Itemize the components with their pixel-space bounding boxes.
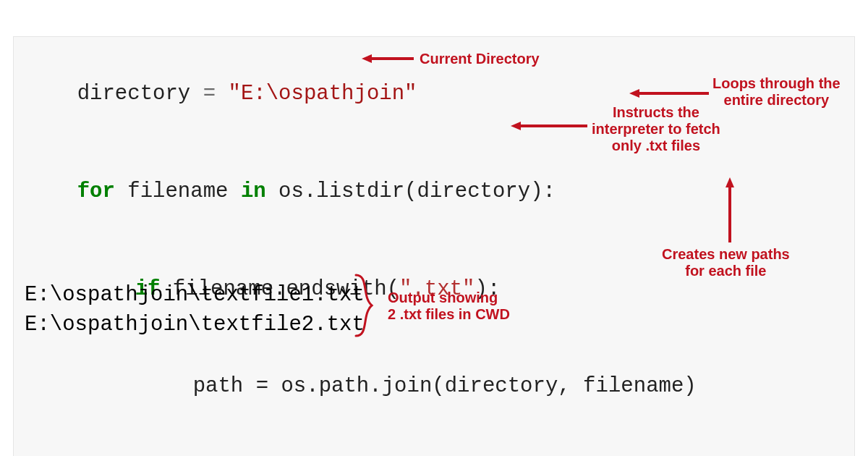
annotation-output: Output showing 2 .txt files in CWD (388, 290, 510, 323)
annotation-current-directory: Current Directory (420, 51, 540, 67)
annotation-instructs: Instructs the interpreter to fetch only … (592, 104, 720, 154)
code-token: filename (115, 180, 241, 203)
code-token-string: "E:\ospathjoin" (228, 82, 417, 106)
code-line-2: for filename in os.listdir(directory): (27, 143, 841, 241)
code-token: = (190, 82, 228, 106)
arrow-icon (629, 88, 709, 102)
svg-marker-7 (726, 177, 734, 187)
arrow-icon (511, 121, 587, 135)
svg-marker-1 (362, 54, 372, 63)
svg-marker-5 (511, 122, 521, 130)
code-line-4: path = os.path.join(directory, filename) (27, 338, 841, 436)
arrow-icon (725, 177, 735, 246)
output-line: E:\ospathjoin\textfile2.txt (25, 311, 365, 340)
brace-icon (353, 272, 382, 342)
code-token-keyword: for (77, 180, 115, 203)
output-block: E:\ospathjoin\textfile1.txt E:\ospathjoi… (25, 281, 365, 339)
code-token: os.listdir(directory): (266, 180, 556, 203)
code-token: path = os.path.join(directory, filename) (193, 374, 697, 398)
annotation-loops: Loops through the entire directory (712, 75, 841, 109)
code-token-keyword: in (241, 180, 266, 203)
output-line: E:\ospathjoin\textfile1.txt (25, 281, 365, 311)
annotation-creates-paths: Creates new paths for each file (662, 246, 790, 279)
arrow-icon (362, 54, 414, 67)
code-line-5: print(path) (27, 436, 841, 456)
code-token: directory (77, 82, 191, 106)
svg-marker-3 (629, 89, 639, 98)
